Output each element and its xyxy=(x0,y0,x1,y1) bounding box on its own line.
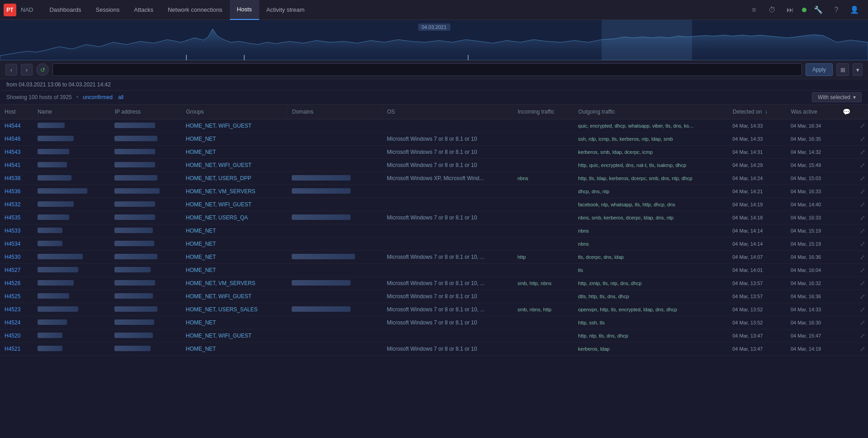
cell-expand[interactable]: ⤢ xyxy=(855,251,868,264)
nav-attacks[interactable]: Attacks xyxy=(127,0,161,20)
nav-dashboards[interactable]: Dashboards xyxy=(42,0,88,20)
cell-expand[interactable]: ⤢ xyxy=(855,185,868,198)
cell-expand[interactable]: ⤢ xyxy=(855,159,868,172)
cell-groups[interactable]: HOME_NET xyxy=(181,251,288,264)
cell-groups[interactable]: HOME_NET, WIFI_GUEST xyxy=(181,329,288,343)
with-selected-button[interactable]: With selected ▾ xyxy=(812,92,862,102)
cell-out-traffic: tls, dcerpc, dns, ldap xyxy=(574,251,728,264)
timeline-chart[interactable]: 04.03.2021 xyxy=(0,20,868,61)
cell-groups[interactable]: HOME_NET xyxy=(181,224,288,238)
cell-host-id[interactable]: H4536 xyxy=(0,185,33,198)
cell-expand[interactable]: ⤢ xyxy=(855,133,868,146)
cell-expand[interactable]: ⤢ xyxy=(855,343,868,356)
cell-in-traffic xyxy=(513,211,574,224)
cell-detected: 04 Mar, 14:29 xyxy=(728,159,786,172)
cell-groups[interactable]: HOME_NET, WIFI_GUEST xyxy=(181,290,288,303)
cell-groups[interactable]: HOME_NET xyxy=(181,133,288,146)
cell-host-id[interactable]: H4525 xyxy=(0,290,33,303)
cell-expand[interactable]: ⤢ xyxy=(855,198,868,211)
apply-button[interactable]: Apply xyxy=(806,63,833,76)
cell-groups[interactable]: HOME_NET xyxy=(181,238,288,251)
cell-domains xyxy=(287,224,382,238)
cell-groups[interactable]: HOME_NET, VM_SERVERS xyxy=(181,185,288,198)
status-indicator xyxy=(802,8,806,12)
cell-host-id[interactable]: H4533 xyxy=(0,224,33,238)
cell-groups[interactable]: HOME_NET xyxy=(181,146,288,159)
cell-groups[interactable]: HOME_NET, WIFI_GUEST xyxy=(181,198,288,211)
all-filter[interactable]: all xyxy=(118,94,123,100)
cell-host-id[interactable]: H4524 xyxy=(0,316,33,329)
cell-os: Microsoft Windows 7 or 8 or 8.1 or 10, .… xyxy=(382,251,513,264)
col-os[interactable]: OS xyxy=(382,105,513,119)
col-detected[interactable]: Detected on ↓ xyxy=(728,105,786,119)
cell-host-id[interactable]: H4534 xyxy=(0,238,33,251)
nav-network-connections[interactable]: Network connections xyxy=(161,0,230,20)
clock-icon[interactable]: ⏱ xyxy=(766,4,778,16)
cell-host-id[interactable]: H4527 xyxy=(0,264,33,277)
nav-activity-stream[interactable]: Activity stream xyxy=(259,0,312,20)
col-ip[interactable]: IP address xyxy=(110,105,181,119)
nav-hosts[interactable]: Hosts xyxy=(230,0,259,20)
cell-host-id[interactable]: H4543 xyxy=(0,146,33,159)
filter-caret-button[interactable]: ▾ xyxy=(853,63,863,76)
cell-expand[interactable]: ⤢ xyxy=(855,146,868,159)
cell-groups[interactable]: HOME_NET xyxy=(181,343,288,356)
cell-os xyxy=(382,198,513,211)
user-icon[interactable]: 👤 xyxy=(848,4,861,16)
cell-expand[interactable]: ⤢ xyxy=(855,119,868,133)
cell-groups[interactable]: HOME_NET, WIFI_GUEST xyxy=(181,119,288,133)
cell-host-id[interactable]: H4530 xyxy=(0,251,33,264)
tools-icon[interactable]: 🔧 xyxy=(812,4,825,16)
cell-expand[interactable]: ⤢ xyxy=(855,172,868,185)
cell-groups[interactable]: HOME_NET xyxy=(181,264,288,277)
cell-groups[interactable]: HOME_NET, WIFI_GUEST xyxy=(181,159,288,172)
col-active[interactable]: Was active xyxy=(786,105,838,119)
forward-button[interactable]: › xyxy=(21,64,33,76)
cell-name xyxy=(33,251,110,264)
cell-groups[interactable]: HOME_NET, USERS_SALES xyxy=(181,303,288,316)
cell-groups[interactable]: HOME_NET, USERS_QA xyxy=(181,211,288,224)
menu-icon[interactable]: ≡ xyxy=(748,4,760,16)
cell-in-traffic xyxy=(513,238,574,251)
cell-host-id[interactable]: H4532 xyxy=(0,198,33,211)
unconfirmed-filter[interactable]: unconfirmed xyxy=(83,94,113,100)
col-host[interactable]: Host xyxy=(0,105,33,119)
filter-options-button[interactable]: ⊞ xyxy=(836,63,849,76)
cell-host-id[interactable]: H4526 xyxy=(0,277,33,290)
cell-host-id[interactable]: H4523 xyxy=(0,303,33,316)
cell-groups[interactable]: HOME_NET, USERS_DPP xyxy=(181,172,288,185)
cell-active: 04 Mar, 14:40 xyxy=(786,198,838,211)
cell-host-id[interactable]: H4521 xyxy=(0,343,33,356)
cell-expand[interactable]: ⤢ xyxy=(855,238,868,251)
cell-expand[interactable]: ⤢ xyxy=(855,211,868,224)
back-button[interactable]: ‹ xyxy=(5,64,17,76)
cell-host-id[interactable]: H4546 xyxy=(0,133,33,146)
cell-host-id[interactable]: H4520 xyxy=(0,329,33,343)
cell-expand[interactable]: ⤢ xyxy=(855,264,868,277)
cell-expand[interactable]: ⤢ xyxy=(855,224,868,238)
cell-os xyxy=(382,329,513,343)
nav-sessions[interactable]: Sessions xyxy=(89,0,127,20)
cell-host-id[interactable]: H4544 xyxy=(0,119,33,133)
col-groups[interactable]: Groups xyxy=(181,105,288,119)
cell-host-id[interactable]: H4535 xyxy=(0,211,33,224)
col-domains[interactable]: Domains xyxy=(287,105,382,119)
help-icon[interactable]: ? xyxy=(830,4,843,16)
cell-expand[interactable]: ⤢ xyxy=(855,316,868,329)
cell-expand[interactable]: ⤢ xyxy=(855,290,868,303)
forward-icon[interactable]: ⏭ xyxy=(784,4,797,16)
cell-host-id[interactable]: H4538 xyxy=(0,172,33,185)
col-out-traffic[interactable]: Outgoing traffic xyxy=(574,105,728,119)
refresh-button[interactable]: ↺ xyxy=(36,63,49,76)
cell-groups[interactable]: HOME_NET xyxy=(181,316,288,329)
table-row: H4543 HOME_NET Microsoft Windows 7 or 8 … xyxy=(0,146,868,159)
hosts-table-wrapper[interactable]: Host Name IP address Groups Domains OS I… xyxy=(0,105,868,438)
filter-input[interactable] xyxy=(52,63,802,76)
col-name[interactable]: Name xyxy=(33,105,110,119)
cell-host-id[interactable]: H4541 xyxy=(0,159,33,172)
cell-groups[interactable]: HOME_NET, VM_SERVERS xyxy=(181,277,288,290)
cell-expand[interactable]: ⤢ xyxy=(855,303,868,316)
cell-expand[interactable]: ⤢ xyxy=(855,329,868,343)
cell-expand[interactable]: ⤢ xyxy=(855,277,868,290)
col-in-traffic[interactable]: Incoming traffic xyxy=(513,105,574,119)
